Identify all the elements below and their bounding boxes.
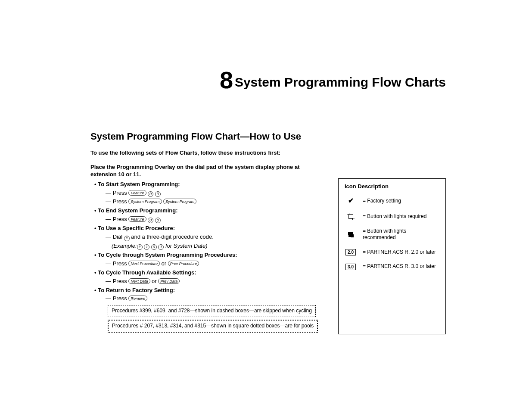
substep-line: Press Next Procedure or Prev Procedure [106, 260, 324, 268]
key-button: Prev Procedure [168, 261, 199, 266]
intro-line: To use the following sets of Flow Charts… [90, 149, 446, 157]
key-circle: # [137, 244, 143, 250]
icon-legend-box: Icon Description ✔= Factory setting= But… [338, 178, 446, 334]
button-lights-required-icon [348, 214, 353, 219]
key-circle: 0 [148, 218, 153, 223]
procedure-item: To Return to Factory Setting:Press Remov… [100, 287, 324, 303]
legend-row: ✔= Factory setting [345, 196, 439, 206]
procedure-item: To Use a Specific Procedure:Dial # and a… [100, 225, 324, 250]
key-button: System Program [163, 199, 196, 204]
legend-title: Icon Description [345, 183, 439, 190]
substep-line: Press Remove [106, 295, 324, 302]
chapter-heading: 8 System Programming Flow Charts [90, 65, 446, 96]
dashed-note: Procedures #399, #609, and #728—shown in… [108, 305, 316, 317]
legend-row: = Button with lights required [345, 213, 439, 220]
substep-line: Press System Program System Program [106, 198, 324, 206]
procedure-head: To Return to Factory Setting: [98, 287, 175, 293]
key-button: Remove [128, 296, 147, 301]
procedure-head: To Start System Programming: [98, 181, 180, 187]
procedure-head: To End System Programming: [98, 207, 177, 214]
chapter-title-text: System Programming Flow Charts [235, 75, 446, 89]
procedure-head: To Use a Specific Procedure: [98, 225, 175, 231]
key-circle: 0 [148, 191, 153, 197]
legend-text: = Button with lights recommended [363, 228, 439, 241]
key-button: System Program [128, 199, 162, 204]
legend-row: 2.0= PARTNER ACS R. 2.0 or later [345, 249, 439, 256]
key-circle: 0 [151, 244, 157, 250]
legend-text: = PARTNER ACS R. 3.0 or later [363, 263, 436, 270]
dotted-note: Procedures # 207, #313, #314, and #315—s… [108, 320, 318, 333]
version-badge: 3.0 [345, 264, 356, 270]
procedure-list: To Start System Programming:Press Featur… [90, 181, 324, 302]
button-lights-recommended-icon [348, 232, 353, 237]
section-title: System Programming Flow Chart—How to Use [90, 131, 446, 143]
check-icon: ✔ [348, 196, 354, 206]
version-badge: 2.0 [345, 249, 356, 255]
legend-row: = Button with lights recommended [345, 228, 439, 241]
substep-line: Press Next Data or Prev Data [106, 278, 324, 285]
key-button: Prev Data [158, 278, 180, 284]
key-button: Feature [128, 190, 146, 196]
legend-text: = Factory setting [363, 198, 401, 205]
key-button: Next Procedure [128, 261, 160, 266]
procedure-item: To Start System Programming:Press Featur… [100, 181, 324, 206]
legend-text: = Button with lights required [363, 213, 426, 220]
key-button: Feature [128, 216, 146, 222]
key-circle: 0 [155, 191, 161, 197]
key-circle: 1 [158, 244, 164, 250]
procedure-head: To Cycle through System Programming Proc… [98, 252, 237, 258]
key-circle: 0 [155, 218, 161, 223]
example-line: (Example:# 1 0 1 for System Date) [106, 243, 208, 250]
key-circle: 1 [144, 244, 149, 250]
substep-line: Press Feature 0 0 [106, 190, 324, 197]
legend-text: = PARTNER ACS R. 2.0 or later [363, 249, 436, 256]
procedure-head: To Cycle Through Available Settings: [98, 269, 196, 276]
overlay-instruction: Place the Programming Overlay on the dia… [90, 164, 324, 178]
procedure-item: To Cycle Through Available Settings:Pres… [100, 269, 324, 285]
chapter-number: 8 [220, 66, 233, 93]
procedure-item: To End System Programming:Press Feature … [100, 207, 324, 223]
key-circle: # [124, 236, 130, 241]
legend-row: 3.0= PARTNER ACS R. 3.0 or later [345, 263, 439, 270]
substep-line: Dial # and a three-digit procedure code. [106, 234, 324, 241]
substep-line: Press Feature 0 0 [106, 216, 324, 223]
procedure-item: To Cycle through System Programming Proc… [100, 252, 324, 268]
key-button: Next Data [128, 278, 150, 284]
